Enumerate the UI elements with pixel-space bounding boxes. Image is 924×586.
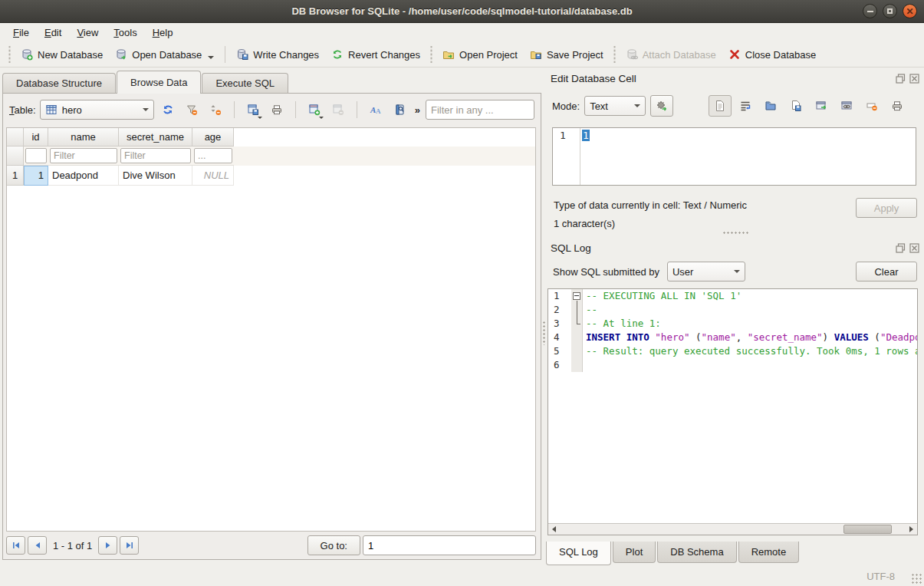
name-filter-input[interactable] [50,148,117,163]
previous-page-button[interactable] [28,536,47,555]
line-number: 3 [548,317,571,331]
sql-line: 3 -- At line 1: [548,317,917,331]
float-panel-icon[interactable] [896,243,906,253]
clear-sorting-button[interactable] [206,100,225,120]
secret-name-filter-input[interactable] [120,148,191,163]
find-icon [393,104,406,116]
menu-edit[interactable]: Edit [38,25,68,41]
word-wrap-button[interactable] [734,95,757,117]
menu-help[interactable]: Help [146,25,180,41]
insert-record-icon [308,104,321,116]
close-button[interactable]: ✕ [903,4,917,18]
mode-combobox[interactable]: Text [584,96,646,116]
edit-cell-dock-titlebar: Edit Database Cell [546,71,924,86]
sql-log-editor[interactable]: 1 -- EXECUTING ALL IN 'SQL 1' 2 -- 3 -- … [547,288,918,535]
sql-line: 6 [548,358,917,372]
close-database-button[interactable]: Close Database [722,44,823,64]
table-icon [45,104,58,116]
set-link-button[interactable] [835,95,858,117]
toolbar-grip[interactable] [8,46,12,63]
save-project-button[interactable]: Save Project [524,44,610,64]
menu-tools[interactable]: Tools [107,25,143,41]
cell-editor[interactable]: 1 1 [552,127,916,186]
column-header-age[interactable]: age [192,128,234,146]
scroll-left-button[interactable] [548,524,560,535]
tab-database-structure[interactable]: Database Structure [2,73,116,94]
tab-plot[interactable]: Plot [613,542,656,563]
scroll-right-button[interactable] [906,524,917,535]
dock-splitter-handle[interactable] [722,231,748,235]
open-project-button[interactable]: Open Project [436,44,524,64]
auto-apply-button[interactable] [650,95,673,117]
cell-type-info: Type of data currently in cell: Text / N… [554,199,747,211]
export-data-button[interactable] [784,95,807,117]
print-table-button[interactable] [267,100,287,120]
last-page-button[interactable] [120,536,139,555]
revert-changes-button[interactable]: Revert Changes [325,44,426,64]
insert-record-dropdown-icon[interactable] [319,117,324,119]
write-changes-button[interactable]: Write Changes [230,44,325,64]
menu-view[interactable]: View [70,25,105,41]
cell-id[interactable]: 1 [24,166,48,186]
clear-log-button[interactable]: Clear [856,262,917,281]
cell-secret-name[interactable]: Dive Wilson [119,166,192,186]
goto-input[interactable] [363,535,536,555]
first-page-button[interactable] [6,536,25,555]
column-header-id[interactable]: id [24,128,48,146]
sql-user-combobox[interactable]: User [667,262,745,281]
edit-display-format-button[interactable]: A A [366,100,386,120]
revert-changes-icon [331,48,344,61]
print-cell-button[interactable] [886,95,909,117]
scrollbar-track[interactable] [560,524,906,535]
new-database-button[interactable]: New Database [15,44,109,64]
next-page-button[interactable] [98,536,117,555]
triangle-right-icon [909,526,913,532]
cell-editor-content[interactable]: 1 [580,128,916,185]
fold-marker-collapse[interactable] [571,289,583,303]
tab-sql-log[interactable]: SQL Log [546,542,611,565]
menu-file[interactable]: File [6,25,36,41]
float-panel-icon[interactable] [896,74,906,84]
sql-keyword: VALUES [834,331,869,343]
insert-record-button[interactable] [304,100,324,120]
scrollbar-thumb[interactable] [843,525,892,534]
toolbar-grip[interactable] [429,46,433,63]
age-filter-input[interactable] [194,148,232,163]
save-table-button[interactable] [243,100,263,120]
set-null-button[interactable] [860,95,883,117]
text-mode-button[interactable] [709,95,732,117]
tab-browse-data[interactable]: Browse Data [117,71,201,94]
write-changes-label: Write Changes [253,49,319,61]
close-panel-icon[interactable] [909,74,919,84]
save-table-dropdown-icon[interactable] [258,117,262,119]
refresh-button[interactable] [158,100,178,120]
find-in-table-button[interactable] [390,100,409,120]
horizontal-scrollbar[interactable] [548,523,917,535]
column-header-secret-name[interactable]: secret_name [119,128,192,146]
cell-name[interactable]: Deadpond [48,166,119,186]
goto-button[interactable]: Go to: [307,535,360,555]
any-column-filter-input[interactable] [426,100,534,120]
close-panel-icon[interactable] [909,243,919,253]
table-combobox[interactable]: hero [40,100,154,120]
maximize-button[interactable] [883,4,897,18]
apply-button[interactable]: Apply [856,198,917,218]
tab-execute-sql[interactable]: Execute SQL [202,73,288,94]
clear-filters-button[interactable] [182,100,202,120]
toolbar-grip[interactable] [613,46,617,63]
open-external-button[interactable] [810,95,833,117]
id-filter-input[interactable] [25,148,47,163]
open-database-button[interactable]: Open Database [109,44,220,64]
import-data-button[interactable] [759,95,782,117]
tab-db-schema[interactable]: DB Schema [657,542,736,563]
row-number[interactable]: 1 [7,166,24,186]
minimize-button[interactable] [863,4,877,18]
resize-grip[interactable] [911,573,922,584]
cell-age[interactable]: NULL [192,166,234,186]
open-database-dropdown-icon[interactable] [208,56,214,59]
sql-identifier: "name" [702,331,736,343]
tab-remote[interactable]: Remote [738,542,800,563]
column-header-name[interactable]: name [48,128,119,146]
toolbar-overflow-button[interactable]: » [413,104,422,116]
grid-corner-header[interactable] [7,128,24,146]
